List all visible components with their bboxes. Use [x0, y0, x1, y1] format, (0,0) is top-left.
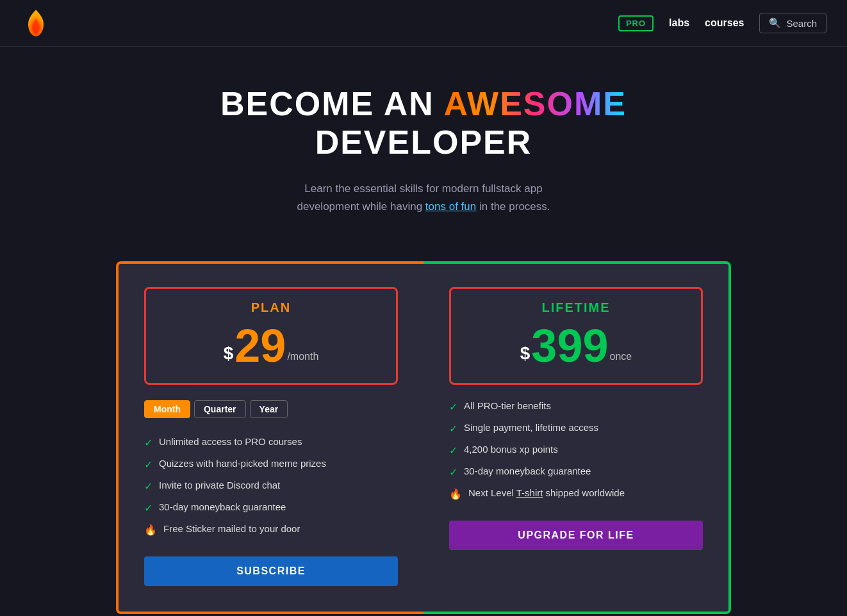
list-item: ✓ 30-day moneyback guarantee [449, 466, 703, 478]
check-icon: ✓ [144, 502, 152, 514]
list-item: ✓ Quizzes with hand-picked meme prizes [144, 458, 398, 471]
hero-highlight: tons of fun [425, 200, 476, 213]
lifetime-card: LIFETIME $ 399 once ✓ All PRO-tier benef… [424, 261, 731, 614]
lifetime-title: LIFETIME [466, 300, 686, 315]
lifetime-number: 399 [531, 323, 608, 369]
billing-month-btn[interactable]: Month [144, 400, 190, 418]
plan-period: /month [287, 351, 318, 362]
feature-text: Free Sticker mailed to your door [163, 523, 300, 534]
search-box[interactable]: 🔍 Search [759, 13, 826, 33]
plan-number: 29 [234, 323, 286, 369]
search-icon: 🔍 [769, 17, 781, 29]
fire-icon: 🔥 [144, 524, 157, 536]
list-item: ✓ All PRO-tier benefits [449, 400, 703, 413]
check-icon: ✓ [449, 444, 457, 457]
navbar: PRO labs courses 🔍 Search [0, 0, 847, 47]
lifetime-price-box: LIFETIME $ 399 once [449, 287, 703, 385]
logo[interactable] [21, 8, 51, 38]
plan-card: PLAN $ 29 /month Month Quarter Year ✓ Un… [116, 261, 424, 614]
plan-features: ✓ Unlimited access to PRO courses ✓ Quiz… [144, 436, 398, 536]
hero-subtitle-part2: in the process. [476, 200, 550, 213]
plan-dollar: $ [224, 343, 234, 364]
check-icon: ✓ [449, 466, 457, 478]
hero-section: BECOME AN AWESOME DEVELOPER Learn the es… [0, 47, 847, 242]
hero-subtitle: Learn the essential skills for modern fu… [13, 180, 834, 217]
pro-badge[interactable]: PRO [618, 15, 654, 31]
courses-link[interactable]: courses [705, 17, 744, 29]
check-icon: ✓ [144, 480, 152, 492]
plan-price-box: PLAN $ 29 /month [144, 287, 398, 385]
plan-title: PLAN [161, 300, 381, 315]
feature-text: All PRO-tier benefits [464, 400, 551, 411]
list-item: ✓ Invite to private Discord chat [144, 480, 398, 492]
feature-text: Invite to private Discord chat [159, 480, 280, 490]
check-icon: ✓ [449, 423, 457, 435]
labs-link[interactable]: labs [669, 17, 689, 29]
upgrade-button[interactable]: UPGRADE FOR LIFE [449, 521, 703, 550]
check-icon: ✓ [449, 401, 457, 413]
hero-title-awesome: AWESOME [443, 85, 627, 122]
feature-text: Next Level T-shirt shipped worldwide [468, 487, 625, 498]
lifetime-price-amount: $ 399 once [466, 323, 686, 369]
list-item: ✓ Single payment, lifetime access [449, 422, 703, 435]
fire-icon: 🔥 [449, 488, 462, 500]
feature-text: Quizzes with hand-picked meme prizes [159, 458, 326, 469]
search-label: Search [786, 18, 817, 29]
hero-title: BECOME AN AWESOME DEVELOPER [13, 85, 834, 162]
list-item: ✓ Unlimited access to PRO courses [144, 436, 398, 449]
pricing-section: PLAN $ 29 /month Month Quarter Year ✓ Un… [0, 242, 847, 616]
lifetime-period: once [610, 351, 632, 362]
list-item: ✓ 30-day moneyback guarantee [144, 501, 398, 514]
feature-text: 30-day moneyback guarantee [464, 466, 591, 476]
lifetime-dollar: $ [520, 343, 530, 364]
feature-text: 30-day moneyback guarantee [159, 501, 286, 512]
check-icon: ✓ [144, 458, 152, 471]
list-item: ✓ 4,200 bonus xp points [449, 444, 703, 457]
billing-quarter-btn[interactable]: Quarter [194, 400, 246, 418]
check-icon: ✓ [144, 437, 152, 449]
feature-text: Single payment, lifetime access [464, 422, 598, 433]
billing-year-btn[interactable]: Year [250, 400, 288, 418]
lifetime-features: ✓ All PRO-tier benefits ✓ Single payment… [449, 400, 703, 500]
list-item: 🔥 Next Level T-shirt shipped worldwide [449, 487, 703, 500]
billing-toggle: Month Quarter Year [144, 400, 398, 418]
hero-title-part2: DEVELOPER [315, 124, 532, 161]
plan-price-amount: $ 29 /month [161, 323, 381, 369]
subscribe-button[interactable]: SUBSCRIBE [144, 556, 398, 586]
feature-text: Unlimited access to PRO courses [159, 436, 302, 447]
feature-text: 4,200 bonus xp points [464, 444, 558, 455]
hero-title-part1: BECOME AN [220, 85, 443, 122]
list-item: 🔥 Free Sticker mailed to your door [144, 523, 398, 536]
